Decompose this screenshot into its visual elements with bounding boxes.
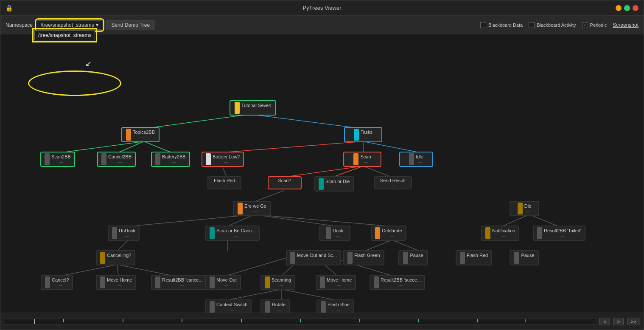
blackboard-data-toggle[interactable]: Blackboard Data bbox=[480, 22, 523, 28]
dropdown-option: /tree/snapshot_streams bbox=[38, 32, 91, 38]
svg-line-5 bbox=[222, 141, 363, 152]
node-result2bb-tailed[interactable]: Result2BB 'Tailed' — bbox=[533, 226, 585, 241]
node-celebrate[interactable]: Celebrate — bbox=[371, 226, 406, 241]
node-scanning[interactable]: Scanning — bbox=[260, 275, 295, 290]
tree-canvas: Tutorial Seven — Topics2BB — Tasks — bbox=[0, 34, 644, 313]
maximize-button[interactable] bbox=[624, 5, 630, 11]
send-demo-button[interactable]: Send Demo Tree bbox=[106, 20, 154, 30]
node-scan-or-die[interactable]: Scan or Die — bbox=[314, 176, 354, 192]
screenshot-button[interactable]: Screenshot bbox=[613, 22, 638, 28]
mouse-cursor: ↙ bbox=[85, 60, 90, 68]
node-pause-1[interactable]: Pause — bbox=[398, 250, 428, 265]
blackboard-data-label: Blackboard Data bbox=[488, 23, 523, 28]
node-ere-we-go[interactable]: Ere we Go — bbox=[233, 201, 271, 216]
node-move-home-2[interactable]: Move Home — bbox=[316, 275, 356, 290]
scroll-marker-8 bbox=[477, 319, 478, 322]
toolbar: Namespace /tree/snapshot_streams ▾ Send … bbox=[0, 16, 644, 34]
blackboard-activity-checkbox[interactable] bbox=[529, 22, 535, 28]
nav-end-button[interactable]: >> bbox=[627, 318, 640, 325]
node-topics2bb[interactable]: Topics2BB — bbox=[121, 127, 160, 142]
node-flash-blue[interactable]: Flash Blue — bbox=[316, 299, 354, 313]
window-controls bbox=[616, 5, 638, 11]
node-move-out[interactable]: Move Out — bbox=[205, 275, 241, 290]
scroll-marker-2 bbox=[123, 319, 123, 322]
svg-line-31 bbox=[227, 289, 282, 300]
node-move-out-sc[interactable]: Move Out and Sc... — bbox=[286, 250, 341, 265]
node-cancelling[interactable]: Cancelling? — bbox=[96, 250, 135, 265]
svg-line-24 bbox=[62, 265, 117, 276]
svg-line-14 bbox=[227, 214, 254, 226]
window-title: PyTrees Viewer bbox=[302, 5, 341, 11]
blackboard-activity-toggle[interactable]: Blackboard Activity bbox=[529, 22, 576, 28]
scroll-marker-4 bbox=[241, 319, 242, 322]
node-send-result[interactable]: Send Result — bbox=[374, 176, 412, 189]
app-icon: 🔒 bbox=[6, 5, 13, 11]
node-scan-or-be-canc[interactable]: Scan or Be Canc... — bbox=[205, 226, 260, 241]
scroll-marker-1 bbox=[63, 319, 64, 322]
node-scan-task[interactable]: Scan — bbox=[343, 152, 381, 167]
svg-line-8 bbox=[222, 166, 227, 177]
minimize-button[interactable] bbox=[616, 5, 622, 11]
nav-back-button[interactable]: < bbox=[599, 318, 610, 325]
svg-line-17 bbox=[502, 214, 529, 226]
node-battery-low[interactable]: Battery Low? — bbox=[202, 152, 244, 167]
svg-line-0 bbox=[144, 114, 250, 129]
dropdown-chevron: ▾ bbox=[96, 22, 98, 28]
scroll-marker-7 bbox=[418, 319, 419, 322]
svg-line-26 bbox=[117, 265, 172, 276]
node-result2bb-succe[interactable]: Result2BB 'succe... — bbox=[370, 275, 425, 290]
svg-line-4 bbox=[144, 141, 171, 152]
toolbar-right: Blackboard Data Blackboard Activity Peri… bbox=[480, 22, 638, 28]
node-notification[interactable]: Notification — bbox=[481, 226, 519, 241]
svg-line-18 bbox=[529, 214, 558, 226]
tutorial-seven-sublabel: — bbox=[241, 109, 272, 113]
periodic-label: Periodic bbox=[590, 23, 607, 28]
dropdown-highlight-circle bbox=[28, 71, 121, 96]
node-tasks[interactable]: Tasks — bbox=[344, 127, 382, 142]
node-tutorial-seven[interactable]: Tutorial Seven — bbox=[230, 100, 276, 116]
node-undock[interactable]: UnDock — bbox=[108, 226, 140, 241]
svg-line-12 bbox=[254, 191, 284, 202]
namespace-dropdown-popup[interactable]: /tree/snapshot_streams bbox=[34, 30, 95, 40]
scroll-track[interactable] bbox=[4, 319, 596, 324]
namespace-dropdown[interactable]: /tree/snapshot_streams ▾ bbox=[37, 20, 102, 30]
svg-line-10 bbox=[333, 166, 363, 177]
node-scan2bb[interactable]: Scan2BB — bbox=[40, 152, 75, 167]
close-button[interactable] bbox=[633, 5, 638, 11]
svg-line-7 bbox=[363, 141, 420, 152]
node-scan-q[interactable]: Scan? — bbox=[268, 176, 302, 189]
svg-line-3 bbox=[118, 141, 144, 152]
node-result2bb-cance[interactable]: Result2BB 'cance... — bbox=[151, 275, 207, 290]
node-flash-red-2[interactable]: Flash Red — bbox=[456, 250, 492, 265]
namespace-value: /tree/snapshot_streams bbox=[41, 22, 94, 28]
scroll-thumb[interactable] bbox=[34, 319, 35, 324]
svg-line-11 bbox=[363, 166, 392, 177]
node-context-switch[interactable]: Context Switch — bbox=[205, 299, 252, 313]
node-rotate[interactable]: Rotate — bbox=[260, 299, 290, 313]
node-die[interactable]: Die — bbox=[510, 201, 539, 216]
node-battery2bb[interactable]: Battery2BB — bbox=[151, 152, 190, 167]
tutorial-seven-label: Tutorial Seven bbox=[241, 103, 272, 108]
svg-line-22 bbox=[392, 240, 420, 251]
node-move-home-1[interactable]: Move Home — bbox=[96, 275, 136, 290]
scrollbar-area: < > >> bbox=[0, 313, 644, 330]
svg-line-21 bbox=[364, 240, 392, 251]
svg-line-33 bbox=[282, 289, 337, 300]
blackboard-activity-label: Blackboard Activity bbox=[537, 23, 576, 28]
node-cancel-q[interactable]: Cancel? — bbox=[41, 275, 73, 290]
periodic-checkbox[interactable] bbox=[582, 22, 588, 28]
scroll-marker-3 bbox=[182, 319, 182, 322]
scroll-marker-red bbox=[525, 319, 526, 322]
svg-line-1 bbox=[250, 114, 363, 129]
blackboard-data-checkbox[interactable] bbox=[480, 22, 486, 28]
node-flash-green[interactable]: Flash Green — bbox=[343, 250, 384, 265]
node-idle[interactable]: Idle — bbox=[399, 152, 433, 167]
node-cancel2bb[interactable]: Cancel2BB — bbox=[97, 152, 136, 167]
node-pause-2[interactable]: Pause — bbox=[510, 250, 539, 265]
node-dock[interactable]: Dock — bbox=[319, 226, 350, 241]
svg-line-2 bbox=[62, 141, 144, 152]
scroll-marker-6 bbox=[359, 319, 360, 322]
periodic-toggle[interactable]: Periodic bbox=[582, 22, 607, 28]
node-flash-red-1[interactable]: Flash Red — bbox=[207, 176, 241, 189]
nav-forward-button[interactable]: > bbox=[613, 318, 624, 325]
